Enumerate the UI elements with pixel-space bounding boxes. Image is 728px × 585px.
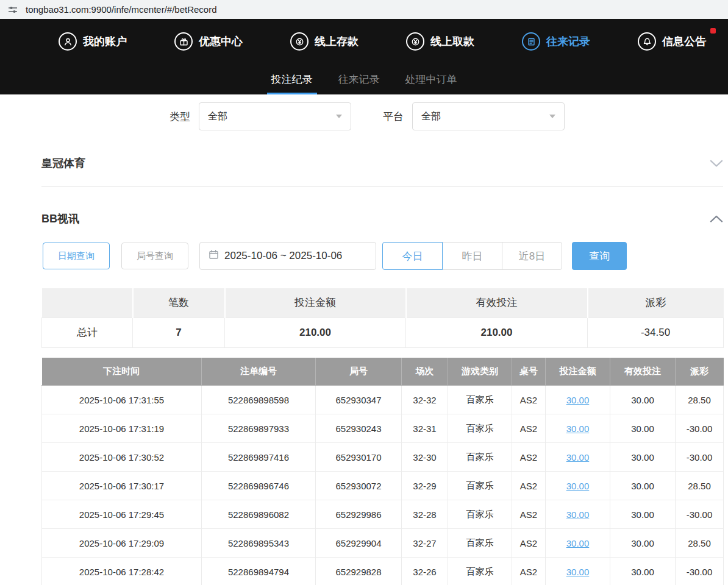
section-bb-video: BB视讯 — [41, 211, 723, 226]
nav-item-announcements[interactable]: 信息公告 — [638, 32, 706, 51]
cell-bet-amount: 30.00 — [546, 529, 610, 558]
header-round: 局号 — [316, 358, 402, 386]
cell-bet-time: 2025-10-06 17:28:42 — [42, 558, 202, 585]
nav-item-withdraw[interactable]: 线上取款 — [406, 32, 474, 51]
cell-bet-id: 522869897933 — [202, 414, 316, 443]
section-crown-sports: 皇冠体育 — [41, 156, 723, 171]
table-row: 2025-10-06 17:31:55 522869898598 6529303… — [42, 386, 724, 414]
cell-table: AS2 — [512, 386, 546, 414]
summary-header-valid-bet: 有效投注 — [406, 288, 588, 317]
tab-processing-orders[interactable]: 处理中订单 — [404, 64, 459, 94]
cell-game: 百家乐 — [448, 558, 512, 585]
cell-bet-id: 522869896746 — [202, 472, 316, 500]
tab-bet-records[interactable]: 投注纪录 — [269, 64, 315, 94]
tab-transaction-records[interactable]: 往来记录 — [337, 64, 382, 94]
cell-valid-bet: 30.00 — [610, 386, 676, 414]
nav-label: 我的账户 — [83, 34, 127, 49]
user-icon — [59, 32, 77, 51]
cell-bet-amount: 30.00 — [546, 500, 610, 529]
bet-amount-link[interactable]: 30.00 — [566, 424, 590, 434]
bet-amount-link[interactable]: 30.00 — [566, 395, 590, 405]
cell-bet-amount: 30.00 — [546, 443, 610, 472]
cell-round: 652929986 — [316, 500, 402, 529]
date-range-input[interactable]: 2025-10-06 ~ 2025-10-06 — [199, 242, 376, 270]
nav-item-records[interactable]: 往来记录 — [522, 32, 590, 51]
date-query-button[interactable]: 日期查询 — [43, 243, 110, 269]
cell-bet-id: 522869896082 — [202, 500, 316, 529]
bet-amount-link[interactable]: 30.00 — [566, 538, 590, 548]
cell-table: AS2 — [512, 529, 546, 558]
cell-payout: -30.00 — [676, 558, 724, 585]
section-title-crown: 皇冠体育 — [41, 156, 85, 171]
header-payout: 派彩 — [676, 358, 724, 386]
cell-session: 32-32 — [402, 386, 448, 414]
cell-bet-time: 2025-10-06 17:29:45 — [42, 500, 202, 529]
cell-bet-time: 2025-10-06 17:30:52 — [42, 443, 202, 472]
last-8-days-button[interactable]: 近8日 — [502, 242, 562, 270]
bet-amount-link[interactable]: 30.00 — [566, 567, 590, 577]
cell-payout: 28.50 — [676, 472, 724, 500]
withdraw-coin-icon — [406, 32, 424, 51]
cell-round: 652930243 — [316, 414, 402, 443]
chevron-up-icon[interactable] — [710, 214, 723, 223]
cell-bet-amount: 30.00 — [546, 386, 610, 414]
header-game-type: 游戏类别 — [448, 358, 512, 386]
cell-bet-amount: 30.00 — [546, 558, 610, 585]
nav-label: 线上存款 — [315, 34, 359, 49]
summary-count: 7 — [133, 317, 225, 347]
today-button[interactable]: 今日 — [382, 242, 443, 270]
search-button[interactable]: 查询 — [572, 242, 627, 270]
cell-round: 652929904 — [316, 529, 402, 558]
header-bet-time: 下注时间 — [42, 358, 202, 386]
nav-item-promotions[interactable]: 优惠中心 — [174, 32, 243, 51]
type-select[interactable]: 全部 — [199, 102, 351, 130]
chevron-down-icon[interactable] — [710, 159, 723, 168]
cell-payout: -30.00 — [676, 443, 724, 472]
tab-label: 处理中订单 — [405, 73, 457, 87]
cell-game: 百家乐 — [448, 472, 512, 500]
bet-amount-link[interactable]: 30.00 — [566, 452, 590, 463]
query-controls: 日期查询 局号查询 2025-10-06 ~ 2025-10-06 今日 昨日 … — [41, 242, 723, 270]
cell-game: 百家乐 — [448, 529, 512, 558]
cell-table: AS2 — [512, 500, 546, 529]
bet-amount-link[interactable]: 30.00 — [566, 481, 590, 491]
cell-game: 百家乐 — [448, 500, 512, 529]
cell-valid-bet: 30.00 — [610, 529, 676, 558]
summary-header-blank — [42, 288, 133, 317]
cell-valid-bet: 30.00 — [610, 443, 676, 472]
platform-select[interactable]: 全部 — [412, 102, 565, 130]
cell-payout: -30.00 — [676, 500, 724, 529]
bet-amount-link[interactable]: 30.00 — [566, 509, 590, 520]
url-text[interactable]: tongbao31.com:9900/infe/mcenter/#/betRec… — [26, 4, 217, 15]
yesterday-button[interactable]: 昨日 — [442, 242, 502, 270]
quick-date-group: 今日 昨日 近8日 — [382, 242, 562, 270]
cell-game: 百家乐 — [448, 414, 512, 443]
nav-item-my-account[interactable]: 我的账户 — [59, 32, 127, 51]
cell-session: 32-29 — [402, 472, 448, 500]
cell-session: 32-31 — [402, 414, 448, 443]
header-session: 场次 — [402, 358, 448, 386]
summary-total-row: 总计 7 210.00 210.00 -34.50 — [42, 317, 724, 347]
nav-label: 优惠中心 — [199, 34, 243, 49]
cell-bet-time: 2025-10-06 17:30:17 — [42, 472, 202, 500]
bet-records-table: 下注时间 注单编号 局号 场次 游戏类别 桌号 投注金额 有效投注 派彩 202… — [41, 358, 724, 585]
cell-bet-time: 2025-10-06 17:31:19 — [42, 414, 202, 443]
browser-address-bar[interactable]: tongbao31.com:9900/infe/mcenter/#/betRec… — [0, 0, 728, 19]
gift-icon — [174, 32, 193, 51]
nav-label: 信息公告 — [662, 34, 706, 49]
round-query-button[interactable]: 局号查询 — [121, 243, 188, 269]
table-row: 2025-10-06 17:28:42 522869894794 6529298… — [42, 558, 724, 585]
main-nav: 我的账户 优惠中心 线上存款 — [0, 19, 728, 64]
records-icon — [522, 32, 540, 51]
nav-item-deposit[interactable]: 线上存款 — [290, 32, 359, 51]
site-settings-icon[interactable] — [7, 4, 18, 15]
cell-round: 652929828 — [316, 558, 402, 585]
summary-payout: -34.50 — [588, 317, 724, 347]
cell-payout: -30.00 — [676, 414, 724, 443]
section-title-bb: BB视讯 — [41, 211, 79, 226]
cell-valid-bet: 30.00 — [610, 500, 676, 529]
table-row: 2025-10-06 17:30:52 522869897416 6529301… — [42, 443, 724, 472]
cell-valid-bet: 30.00 — [610, 472, 676, 500]
cell-table: AS2 — [512, 558, 546, 585]
header-table-no: 桌号 — [512, 358, 546, 386]
